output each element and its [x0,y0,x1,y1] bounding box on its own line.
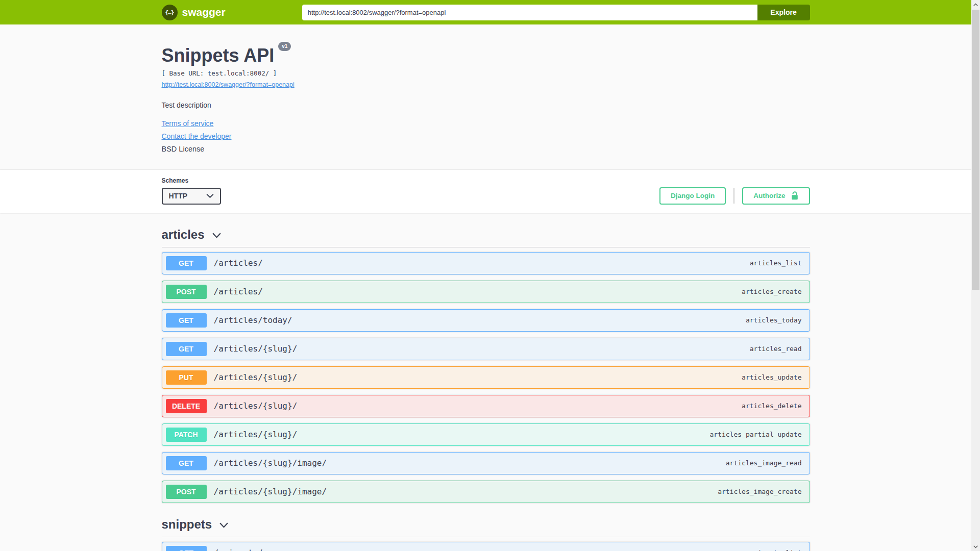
method-badge: PATCH [166,428,207,442]
operation-path: /articles/{slug}/image/ [214,458,327,468]
operation-row[interactable]: POST /articles/{slug}/image/ articles_im… [162,481,810,503]
operations-list: articles GET /articles/ articles_list PO… [162,213,810,551]
tag-operations: GET /articles/ articles_list POST /artic… [162,252,810,503]
topbar: {…} swagger Explore [0,0,971,24]
operation-row[interactable]: GET /articles/ articles_list [162,252,810,274]
info-section: Snippets APIv1 [ Base URL: test.local:80… [0,24,971,170]
chevron-down-icon [219,522,229,529]
operation-id: snippets_list [750,549,806,551]
operation-id: articles_today [746,316,806,324]
scheme-section: Schemes HTTP Django Login Authorize [0,170,971,213]
authorize-label: Authorize [753,192,785,199]
chevron-down-icon [206,193,214,198]
operation-path: /articles/{slug}/ [214,430,298,439]
base-url-text: [ Base URL: test.local:8002/ ] [162,69,810,77]
operation-row[interactable]: GET /snippets/ snippets_list [162,542,810,551]
django-login-button[interactable]: Django Login [659,187,726,205]
operation-path: /articles/ [214,287,263,296]
operation-row[interactable]: PUT /articles/{slug}/ articles_update [162,366,810,389]
spec-link[interactable]: http://test.local:8002/swagger/?format=o… [162,81,295,88]
method-badge: GET [166,546,207,551]
unlock-icon [791,191,799,200]
operation-id: articles_delete [742,402,805,410]
operation-id: articles_read [750,345,806,353]
method-badge: DELETE [166,399,207,413]
tag-name: snippets [162,517,212,532]
tag-header[interactable]: snippets [162,517,810,537]
swagger-ui-page: {…} swagger Explore Snippets APIv1 [ Bas… [0,0,971,551]
operation-row[interactable]: GET /articles/today/ articles_today [162,309,810,332]
method-badge: PUT [166,370,207,385]
chevron-down-icon [212,232,222,239]
license-text: BSD License [162,145,810,153]
brand-name: swagger [182,6,226,18]
operation-path: /articles/{slug}/ [214,372,298,382]
operation-row[interactable]: DELETE /articles/{slug}/ articles_delete [162,395,810,417]
operation-id: articles_create [742,288,805,295]
explore-button[interactable]: Explore [757,5,810,20]
operation-path: /articles/ [214,258,263,268]
swagger-brand[interactable]: {…} swagger [162,5,226,20]
schemes-selected-value: HTTP [169,192,188,200]
schemes-select[interactable]: HTTP [162,188,221,205]
scrollbar-down-icon[interactable] [971,542,980,551]
operation-path: /articles/{slug}/image/ [214,487,327,496]
operation-row[interactable]: POST /articles/ articles_create [162,281,810,303]
operation-id: articles_image_read [726,459,806,467]
method-badge: GET [166,456,207,470]
auth-wrapper: Django Login Authorize [659,187,810,205]
schemes-block: Schemes HTTP [162,177,221,205]
method-badge: POST [166,285,207,299]
django-login-label: Django Login [671,192,715,199]
operation-path: /articles/{slug}/ [214,344,298,354]
scrollbar-up-icon[interactable] [971,0,980,9]
scrollbar-thumb[interactable] [972,10,979,290]
operation-id: articles_list [750,259,806,267]
operation-row[interactable]: GET /articles/{slug}/image/ articles_ima… [162,452,810,474]
api-description: Test description [162,101,810,109]
operation-path: /snippets/ [214,548,263,551]
tag-operations: GET /snippets/ snippets_list [162,542,810,551]
tag-name: articles [162,228,205,242]
api-title-text: Snippets API [162,45,275,66]
spec-url-input[interactable] [302,5,757,20]
contact-developer-link[interactable]: Contact the developer [162,132,232,140]
operation-path: /articles/today/ [214,315,292,325]
method-badge: GET [166,256,207,270]
api-title: Snippets APIv1 [162,46,810,65]
auth-divider [733,188,734,204]
method-badge: POST [166,485,207,499]
explore-form: Explore [302,5,810,20]
method-badge: GET [166,342,207,356]
vertical-scrollbar[interactable] [971,0,980,551]
operation-path: /articles/{slug}/ [214,401,298,411]
api-tag-section: snippets GET /snippets/ snippets_list [162,517,810,551]
operation-id: articles_partial_update [709,431,805,438]
version-badge: v1 [278,42,291,51]
operation-row[interactable]: GET /articles/{slug}/ articles_read [162,338,810,360]
operation-id: articles_image_create [718,488,805,495]
operation-row[interactable]: PATCH /articles/{slug}/ articles_partial… [162,423,810,446]
api-tag-section: articles GET /articles/ articles_list PO… [162,228,810,503]
tag-header[interactable]: articles [162,228,810,247]
operation-id: articles_update [742,373,805,381]
authorize-button[interactable]: Authorize [742,187,810,205]
method-badge: GET [166,313,207,328]
terms-of-service-link[interactable]: Terms of service [162,119,214,128]
schemes-label: Schemes [162,177,221,184]
swagger-logo-icon: {…} [162,5,178,20]
